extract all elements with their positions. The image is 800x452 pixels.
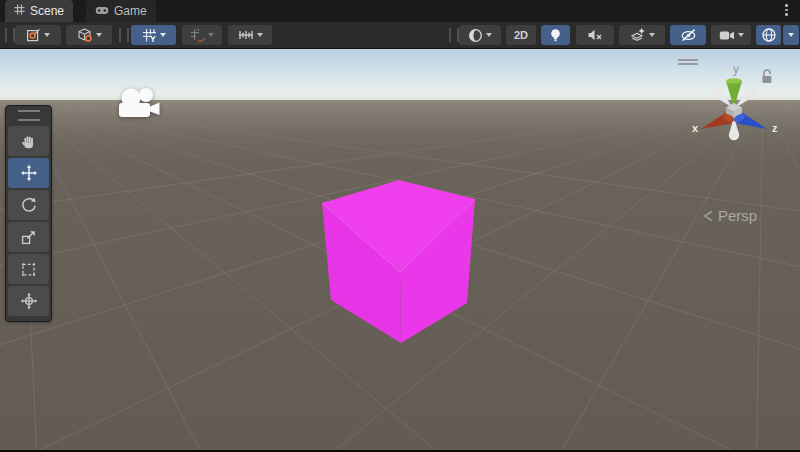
chevron-down-icon	[788, 33, 794, 37]
tools-overlay	[5, 105, 52, 322]
audio-toggle-button[interactable]	[576, 25, 614, 45]
rect-tool-button[interactable]	[8, 254, 49, 284]
video-camera-icon	[719, 29, 735, 42]
projection-toggle[interactable]: Persp	[703, 207, 757, 224]
effects-layers-star-icon	[630, 27, 646, 43]
audio-muted-icon	[587, 28, 603, 42]
scene-viewport[interactable]: y x z	[0, 49, 800, 450]
handle-position-icon	[26, 28, 41, 43]
tab-bar: Scene Game	[0, 0, 800, 22]
kebab-menu-icon[interactable]	[785, 4, 788, 16]
gamepad-icon	[95, 4, 109, 19]
grid-visibility-button[interactable]: Y	[131, 25, 176, 45]
increment-snap-icon	[238, 28, 254, 42]
grid-y-icon: Y	[142, 28, 157, 43]
axis-label-z: z	[772, 122, 778, 134]
camera-gizmo-icon[interactable]	[112, 84, 166, 124]
gizmos-toggle-button[interactable]	[756, 25, 781, 45]
2d-toggle-button[interactable]: 2D	[506, 25, 536, 45]
gizmos-dropdown-button[interactable]	[783, 25, 799, 45]
light-bulb-icon	[549, 28, 562, 43]
effects-toggle-button[interactable]	[619, 25, 665, 45]
chevron-down-icon	[486, 33, 492, 37]
chevron-down-icon	[649, 33, 655, 37]
eye-hidden-icon	[680, 28, 697, 43]
tab-scene[interactable]: Scene	[5, 0, 73, 22]
move-tool-button[interactable]	[8, 158, 49, 188]
scene-visibility-button[interactable]	[670, 25, 706, 45]
chevron-down-icon	[44, 33, 50, 37]
move-arrows-icon	[20, 164, 38, 182]
grid-snapping-button[interactable]	[182, 25, 222, 45]
transform-tool-button[interactable]	[8, 286, 49, 316]
grid-hash-icon	[14, 4, 25, 18]
chevron-left-icon	[703, 210, 714, 222]
camera-settings-button[interactable]	[711, 25, 751, 45]
drag-handle-icon[interactable]	[18, 110, 40, 121]
lighting-toggle-button[interactable]	[541, 25, 570, 45]
chevron-down-icon	[738, 33, 744, 37]
tab-game-label: Game	[114, 4, 147, 18]
tool-handle-position-button[interactable]	[15, 25, 61, 45]
rect-dashed-icon	[20, 261, 37, 278]
chevron-down-icon	[257, 33, 263, 37]
handle-rotation-cube-icon	[77, 28, 93, 43]
unlock-icon[interactable]	[762, 70, 771, 83]
draw-mode-button[interactable]	[459, 25, 501, 45]
shaded-sphere-icon	[468, 28, 483, 43]
toolbar-drag-handle[interactable]	[449, 28, 459, 42]
chevron-down-icon	[208, 33, 214, 37]
svg-text:Y: Y	[150, 34, 156, 43]
tab-scene-label: Scene	[30, 4, 64, 18]
chevron-down-icon	[160, 33, 166, 37]
axis-label-x: x	[692, 122, 699, 134]
view-hand-tool-button[interactable]	[8, 126, 49, 156]
toolbar-separator	[119, 28, 129, 42]
orientation-gizmo[interactable]: y x z	[670, 55, 798, 155]
projection-label: Persp	[718, 207, 757, 224]
toolbar-drag-handle[interactable]	[5, 28, 15, 42]
tab-game[interactable]: Game	[86, 0, 156, 22]
2d-label: 2D	[514, 29, 528, 41]
rotate-tool-button[interactable]	[8, 190, 49, 220]
scale-arrow-icon	[20, 229, 37, 246]
rotate-circle-icon	[20, 196, 38, 214]
tool-handle-rotation-button[interactable]	[66, 25, 112, 45]
scale-tool-button[interactable]	[8, 222, 49, 252]
chevron-down-icon	[96, 33, 102, 37]
increment-snap-button[interactable]	[228, 25, 272, 45]
magenta-cube[interactable]	[322, 180, 475, 343]
grid-snap-magnet-icon	[190, 28, 205, 43]
gizmos-sphere-icon	[761, 27, 777, 43]
hand-icon	[20, 133, 37, 150]
transform-combo-icon	[20, 292, 38, 310]
scene-view-toolbar: Y 2D	[0, 22, 800, 49]
axis-label-y: y	[733, 62, 739, 76]
drag-handle-icon[interactable]	[678, 60, 698, 64]
